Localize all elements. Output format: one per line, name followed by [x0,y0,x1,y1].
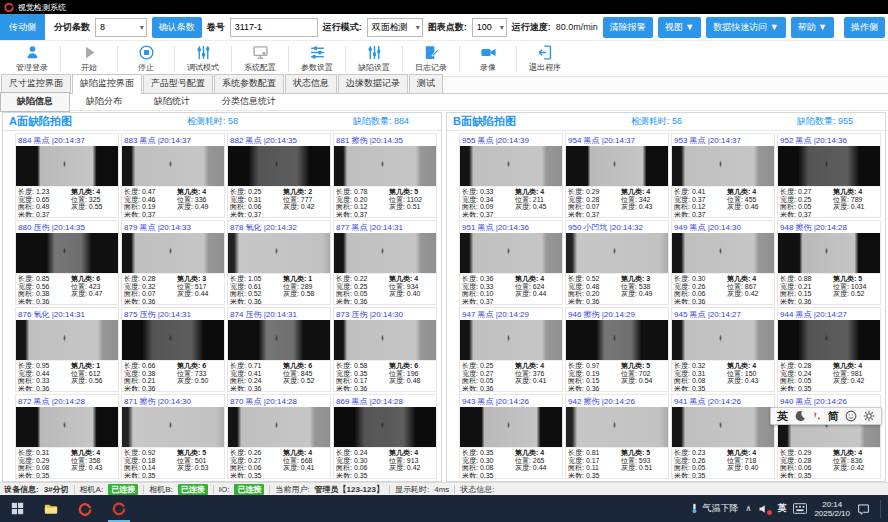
ribbon-button-camera[interactable]: 录像 [462,44,514,73]
ribbon-button-sliders-h[interactable]: 参数设置 [291,44,343,73]
defect-cell[interactable]: 941 黑点 |20:14:26长度: 0.23宽度: 0.26面积: 0.05… [671,394,775,479]
defect-cell[interactable]: 874 压伤 |20:14:31长度: 0.71宽度: 0.41面积: 0.24… [227,307,331,392]
defect-cell[interactable]: 946 擦伤 |20:14:29长度: 0.97宽度: 0.19面积: 0.15… [565,307,669,392]
main-tab-2[interactable]: 缺陷监控界面 [72,74,142,94]
ribbon-button-monitor[interactable]: 系统配置 [234,44,286,73]
app-window: 视觉检测系统 传动侧 分切条数 8 确认条数 卷号 3117-1 运行模式: 双… [0,0,888,522]
main-tab-5[interactable]: 状态信息 [285,74,337,93]
help-menu-button[interactable]: 帮助 ▼ [791,17,834,38]
ribbon-button-play[interactable]: 开始 [63,44,115,73]
app-taskbar-icon-2[interactable] [102,495,136,522]
ime-simplified-button[interactable]: 简 [828,409,839,424]
defect-cell[interactable]: 884 黑点 |20:14:37长度: 1.23宽度: 0.65面积: 0.49… [15,133,119,218]
ribbon-button-stop[interactable]: 停止 [120,44,172,73]
defect-measurements: 长度: 1.23宽度: 0.65面积: 0.49米数: 0.37 [18,188,71,216]
defect-cell[interactable]: 877 黑点 |20:14:31长度: 0.22宽度: 0.25面积: 0.05… [333,220,437,305]
exit-icon [537,44,554,61]
ribbon-button-sliders-v[interactable]: 缺陷设置 [348,44,400,73]
tray-expand-chevron[interactable]: ∧ [746,504,752,513]
sub-tab-1[interactable]: 缺陷信息 [0,92,70,112]
defect-cell[interactable]: 944 黑点 |20:14:27长度: 0.28宽度: 0.24面积: 0.05… [777,307,881,392]
position-value: 位置: 612 [71,370,116,378]
defect-measurements: 长度: 0.25宽度: 0.27面积: 0.05米数: 0.36 [462,362,515,390]
clock-widget[interactable]: 20:14 2025/2/10 [814,500,850,518]
gear-icon[interactable] [863,410,875,422]
operator-side-button[interactable]: 操作侧 [844,17,885,38]
defect-cell[interactable]: 876 氧化 |20:14:31长度: 0.95宽度: 0.44面积: 0.33… [15,307,119,392]
defect-image [672,146,774,186]
data-quick-access-button[interactable]: 数据快速访问 ▼ [706,17,785,38]
defect-cell[interactable]: 955 黑点 |20:14:39长度: 0.33宽度: 0.34面积: 0.09… [459,133,563,218]
main-tab-1[interactable]: 尺寸监控界面 [1,74,71,93]
app-taskbar-icon-1[interactable] [68,495,102,522]
defect-cell[interactable]: 880 压伤 |20:14:35长度: 0.85宽度: 0.56面积: 0.38… [15,220,119,305]
start-button[interactable] [0,495,34,522]
main-tab-6[interactable]: 边缘数据记录 [338,74,408,93]
pen-stroke-icon[interactable] [812,410,822,422]
defect-image [122,146,224,186]
defect-cell[interactable]: 942 擦伤 |20:14:26长度: 0.81宽度: 0.17面积: 0.11… [565,394,669,479]
file-explorer-button[interactable] [34,495,68,522]
main-tab-3[interactable]: 产品型号配置 [143,74,213,93]
camera-icon [480,44,497,61]
defect-cell[interactable]: 943 黑点 |20:14:26长度: 0.35宽度: 0.30面积: 0.08… [459,394,563,479]
defect-cell[interactable]: 952 黑点 |20:14:36长度: 0.27宽度: 0.25面积: 0.05… [777,133,881,218]
gray-value: 灰度: 0.41 [833,203,878,211]
chart-points-select[interactable]: 100 [472,18,507,37]
show-desktop-button[interactable] [880,500,883,518]
defect-cell[interactable]: 871 擦伤 |20:14:30长度: 0.92宽度: 0.18面积: 0.14… [121,394,225,479]
ribbon-button-log[interactable]: 日志记录 [405,44,457,73]
defect-cell[interactable]: 869 黑点 |20:14:28长度: 0.24宽度: 0.30面积: 0.06… [333,394,437,479]
defect-cell[interactable]: 949 黑点 |20:14:30长度: 0.30宽度: 0.26面积: 0.06… [671,220,775,305]
defect-cell[interactable]: 950 小凹坑 |20:14:32长度: 0.52宽度: 0.48面积: 0.2… [565,220,669,305]
confirm-count-button[interactable]: 确认条数 [152,17,202,38]
main-tab-4[interactable]: 系统参数配置 [214,74,284,93]
ime-lang-button[interactable]: 英 [777,409,788,424]
defect-cell[interactable]: 953 黑点 |20:14:37长度: 0.41宽度: 0.37面积: 0.12… [671,133,775,218]
smiley-icon[interactable] [845,410,857,422]
gray-value: 灰度: 0.43 [621,203,666,211]
width-value: 宽度: 0.30 [462,457,515,465]
sub-tab-4[interactable]: 分类信息统计 [206,93,292,111]
defect-cell[interactable]: 881 擦伤 |20:14:35长度: 0.78宽度: 0.20面积: 0.12… [333,133,437,218]
main-tab-7[interactable]: 测试 [409,74,443,93]
defect-cell[interactable]: 945 黑点 |20:14:27长度: 0.32宽度: 0.31面积: 0.08… [671,307,775,392]
defect-classification: 第几类: 4位置: 265灰度: 0.44 [515,449,560,477]
defect-cell[interactable]: 883 黑点 |20:14:37长度: 0.47宽度: 0.46面积: 0.19… [121,133,225,218]
weather-widget[interactable]: 气温下降 [689,502,739,515]
view-menu-button[interactable]: 视图 ▼ [658,17,701,38]
defect-cell[interactable]: 872 黑点 |20:14:28长度: 0.31宽度: 0.29面积: 0.08… [15,394,119,479]
width-value: 宽度: 0.26 [674,457,727,465]
defect-cell[interactable]: 948 擦伤 |20:14:28长度: 0.88宽度: 0.21面积: 0.15… [777,220,881,305]
length-value: 长度: 0.26 [230,449,283,457]
defect-cell[interactable]: 947 黑点 |20:14:29长度: 0.25宽度: 0.27面积: 0.05… [459,307,563,392]
length-value: 长度: 0.24 [336,449,389,457]
sub-tab-3[interactable]: 缺陷统计 [138,93,206,111]
separator [213,485,214,494]
sub-tab-2[interactable]: 缺陷分布 [70,93,138,111]
roll-number-input[interactable]: 3117-1 [230,18,318,37]
volume-tray-icon[interactable] [758,503,770,515]
notification-center-icon[interactable] [857,503,870,515]
drive-side-button[interactable]: 传动侧 [0,14,45,40]
defect-image [460,320,562,360]
moon-icon[interactable] [794,410,806,422]
defect-cell[interactable]: 878 氧化 |20:14:32长度: 1.05宽度: 0.61面积: 0.52… [227,220,331,305]
ribbon-button-exit[interactable]: 退出程序 [519,44,571,73]
defect-cell[interactable]: 875 压伤 |20:14:31长度: 0.66宽度: 0.38面积: 0.21… [121,307,225,392]
defect-cell[interactable]: 870 黑点 |20:14:28长度: 0.26宽度: 0.27面积: 0.06… [227,394,331,479]
defect-cell[interactable]: 951 黑点 |20:14:36长度: 0.36宽度: 0.33面积: 0.10… [459,220,563,305]
ribbon-button-user[interactable]: 管理登录 [6,44,58,73]
keyboard-tray-icon[interactable] [793,503,807,514]
length-value: 长度: 0.85 [18,275,71,283]
defect-classification: 第几类: 4位置: 336灰度: 0.49 [177,188,222,216]
defect-cell[interactable]: 879 黑点 |20:14:33长度: 0.28宽度: 0.32面积: 0.07… [121,220,225,305]
ime-language-indicator[interactable]: 英 [777,502,786,515]
ribbon-button-tuning[interactable]: 调试模式 [177,44,229,73]
defect-cell[interactable]: 882 黑点 |20:14:35长度: 0.25宽度: 0.31面积: 0.06… [227,133,331,218]
clear-alarm-button[interactable]: 清除报警 [603,17,653,38]
slit-count-select[interactable]: 8 [95,18,147,37]
defect-cell[interactable]: 873 压伤 |20:14:30长度: 0.58宽度: 0.35面积: 0.17… [333,307,437,392]
defect-cell[interactable]: 954 黑点 |20:14:37长度: 0.29宽度: 0.28面积: 0.07… [565,133,669,218]
run-mode-select[interactable]: 双面检测 [367,18,423,37]
